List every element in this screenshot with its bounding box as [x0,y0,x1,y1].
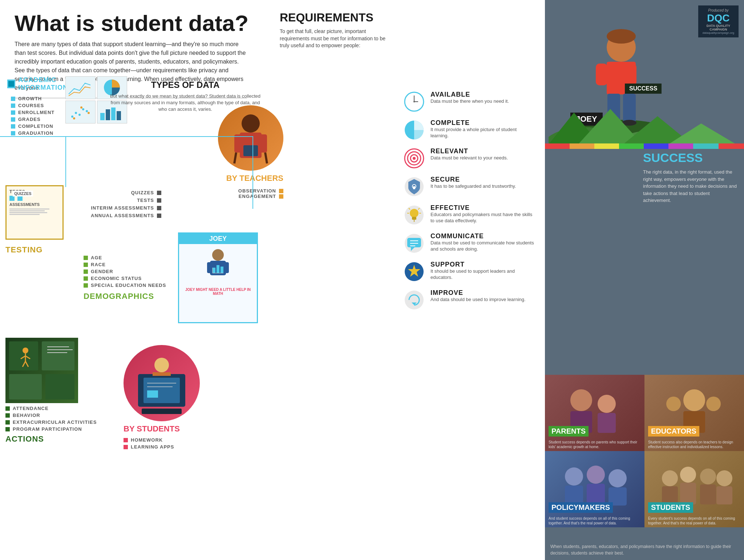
svg-point-8 [80,106,82,109]
svg-point-113 [706,397,721,411]
req-improve-content: IMPROVE And data should be used to impro… [430,289,534,303]
academic-icon [7,80,15,88]
req-support: SUPPORT It should be used to support lea… [403,261,534,283]
svg-rect-25 [213,268,215,273]
svg-rect-103 [668,143,693,149]
svg-rect-99 [570,143,594,149]
req-complete-content: COMPLETE It must provide a whole picture… [430,119,534,139]
svg-point-120 [662,470,678,486]
dqc-produced-text: Produced by [703,8,734,12]
svg-rect-16 [234,134,242,153]
req-relevant: RELEVANT Data must be relevant to your n… [403,147,534,169]
svg-rect-104 [693,143,719,149]
svg-point-79 [405,291,424,309]
svg-point-115 [587,466,605,484]
req-improve: IMPROVE And data should be used to impro… [403,289,534,311]
list-item: OBSERVATION [238,188,283,194]
svg-rect-127 [716,486,732,504]
joey-name: JOEY [209,235,227,242]
chart-line [65,76,96,99]
svg-rect-109 [598,413,616,433]
bulb-icon [403,204,425,226]
svg-rect-98 [545,143,570,149]
svg-point-9 [88,112,90,114]
svg-rect-62 [413,186,415,189]
chat-icon [403,232,425,254]
req-effective-desc: Educators and policymakers must have the… [430,212,534,224]
student-circle [124,345,200,421]
req-complete: COMPLETE It must provide a whole picture… [403,119,534,141]
by-teachers-label: BY TEACHERS [226,174,283,183]
parents-label: PARENTS [549,426,589,437]
sidebar-bottom-text: When students, parents, educators, and p… [550,543,739,556]
svg-point-14 [242,114,260,133]
svg-rect-89 [625,64,636,85]
req-available-content: AVAILABLE Data must be there when you ne… [430,91,534,105]
svg-rect-46 [153,372,171,376]
req-support-desc: It should be used to support leaders and… [430,268,534,281]
svg-point-123 [716,470,732,486]
dqc-subtitle2: CAMPAIGN [703,28,734,31]
svg-rect-27 [221,267,223,273]
svg-rect-47 [142,409,182,414]
svg-point-122 [700,468,716,484]
testing-section: TESTS ASSESSMENTS QUIZZES TESTING [5,185,85,255]
policymakers-cell: POLICYMAKERS And student success depends… [545,451,644,527]
svg-rect-26 [217,265,219,273]
req-secure-content: SECURE It has to be safeguarded and trus… [430,176,534,190]
svg-rect-32 [9,374,42,399]
svg-point-86 [607,29,636,44]
dqc-logo: Produced by DQC DATA QUALITY CAMPAIGN da… [698,5,739,37]
req-secure-name: SECURE [430,176,534,183]
right-sidebar: Produced by DQC DATA QUALITY CAMPAIGN da… [545,0,744,560]
stakeholders-row-1: PARENTS Student success depends on paren… [545,375,744,451]
main-container: What is student data? There are many typ… [0,0,744,560]
success-section: SUCCESS The right data, in the right for… [643,151,737,204]
by-teachers-section: BY TEACHERS OBSERVATION ENGAGEMENT [218,105,283,199]
mountain-area [545,105,744,149]
svg-point-3 [75,112,77,114]
joey-box: JOEY JOEY MIGHT NEED A LITTLE HELP IN [178,232,258,323]
req-effective: EFFECTIVE Educators and policymakers mus… [403,204,534,226]
req-relevant-name: RELEVANT [430,147,534,155]
chart-scatter [65,101,96,123]
req-secure-desc: It has to be safeguarded and trustworthy… [430,183,534,190]
target-icon [403,147,425,169]
connector-line-3 [65,136,66,187]
connector-line-1 [0,136,252,137]
svg-rect-124 [662,486,678,504]
clock-icon [403,91,425,113]
req-support-content: SUPPORT It should be used to support lea… [430,261,534,281]
by-students-section: BY STUDENTS HOMEWORK LEARNING APPS [124,345,200,450]
svg-point-6 [86,110,88,112]
svg-rect-23 [207,262,213,273]
content-area: What is student data? There are many typ… [0,0,545,560]
req-available-name: AVAILABLE [430,91,534,98]
list-item: HOMEWORK [124,437,174,443]
svg-rect-18 [243,145,258,156]
svg-point-112 [666,397,681,411]
req-communicate: COMMUNICATE Data must be used to communi… [403,232,534,254]
success-banner: SUCCESS [625,84,662,94]
teacher-circle [218,105,283,171]
list-item: LEARNING APPS [124,443,174,450]
svg-point-108 [598,395,616,413]
policymakers-label: POLICYMAKERS [549,502,613,513]
joey-note: JOEY MIGHT NEED A LITTLE HELP IN MATH [179,288,257,296]
svg-point-110 [683,389,705,411]
req-improve-name: IMPROVE [430,289,534,297]
star-icon [403,261,425,283]
shield-icon [403,176,425,198]
parents-desc: Student success depends on parents who s… [549,440,641,449]
svg-rect-24 [223,262,229,273]
requirements-title: REQUIREMENTS [280,11,396,24]
svg-rect-31 [42,341,74,370]
svg-rect-102 [644,143,668,149]
req-complete-desc: It must provide a whole picture of stude… [430,127,534,139]
policymakers-desc: And student success depends on all of th… [549,516,641,525]
req-improve-desc: And data should be used to improve learn… [430,297,534,303]
by-students-label: BY STUDENTS [124,424,180,434]
svg-rect-126 [700,484,716,504]
svg-rect-33 [45,374,74,399]
req-relevant-content: RELEVANT Data must be relevant to your n… [430,147,534,161]
